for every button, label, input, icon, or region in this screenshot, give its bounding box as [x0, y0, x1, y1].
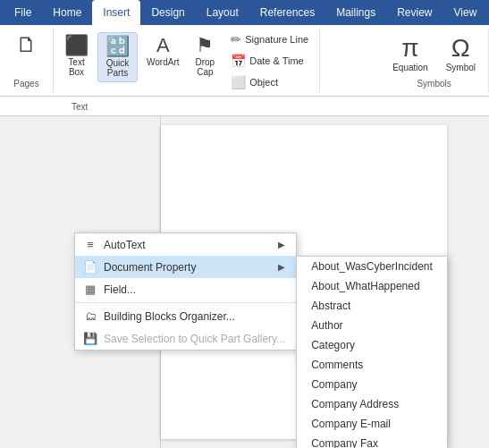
menu-item-autotext[interactable]: ≡ AutoText ▶ — [75, 233, 296, 256]
equation-label: Equation — [392, 63, 427, 72]
wordart-label: WordArt — [147, 57, 180, 67]
tab-references[interactable]: References — [249, 0, 325, 25]
field-icon: ▦ — [82, 283, 98, 296]
dp-item-5[interactable]: Comments — [297, 355, 447, 375]
pages-label: Pages — [13, 79, 38, 89]
dp-item-8[interactable]: Company E-mail — [297, 414, 447, 434]
dp-item-1[interactable]: About_WhatHappened — [297, 276, 447, 296]
symbol-label: Symbol — [446, 63, 476, 72]
tab-home[interactable]: Home — [42, 0, 92, 25]
date-time-icon: 📅 — [231, 54, 246, 68]
symbol-icon: Ω — [451, 34, 470, 63]
symbols-row: π Equation Ω Symbol — [387, 32, 481, 74]
drop-cap-icon: ⚑ — [196, 36, 214, 55]
ribbon-content: 🗋 Pages ⬛ Text Box 🔡 Quick Parts — [0, 25, 489, 97]
ribbon-tabs-bar: File Home Insert Design Layout Reference… — [0, 0, 489, 25]
ribbon-group-symbols: π Equation Ω Symbol Symbols — [380, 29, 489, 92]
building-blocks-label: Building Blocks Organizer... — [104, 310, 235, 323]
quick-parts-button[interactable]: 🔡 Quick Parts — [97, 32, 138, 82]
equation-icon: π — [401, 34, 418, 63]
dp-item-6[interactable]: Company — [297, 375, 447, 394]
wordart-button[interactable]: A WordArt — [139, 32, 187, 71]
pages-btn[interactable]: 🗋 — [11, 32, 43, 57]
tab-file[interactable]: File — [4, 0, 42, 25]
symbols-group-label: Symbols — [417, 79, 451, 89]
autotext-label: AutoText — [104, 239, 146, 251]
symbol-button[interactable]: Ω Symbol — [441, 32, 481, 74]
text-box-label: Text Box — [68, 57, 84, 77]
tab-layout[interactable]: Layout — [196, 0, 249, 25]
date-time-label: Date & Time — [249, 55, 304, 66]
object-icon: ⬜ — [231, 75, 246, 89]
text-group-label: Text — [72, 102, 88, 112]
save-selection-label: Save Selection to Quick Part Gallery... — [104, 333, 285, 345]
quick-parts-label: Quick Parts — [106, 58, 130, 78]
document-property-label: Document Property — [104, 261, 196, 274]
object-label: Object — [249, 77, 278, 88]
text-box-button[interactable]: ⬛ Text Box — [57, 32, 96, 80]
menu-item-document-property[interactable]: 📄 Document Property ▶ About_WasCyberInci… — [75, 256, 296, 278]
autotext-chevron-icon: ▶ — [278, 240, 285, 249]
signature-line-icon: ✏ — [231, 32, 241, 46]
dp-item-0[interactable]: About_WasCyberIncident — [297, 257, 447, 276]
object-button[interactable]: ⬜ Object — [227, 73, 312, 91]
dp-item-3[interactable]: Author — [297, 316, 447, 335]
tab-review[interactable]: Review — [386, 0, 443, 25]
ribbon-group-text: ⬛ Text Box 🔡 Quick Parts A WordArt — [54, 29, 320, 92]
menu-item-save-selection: 💾 Save Selection to Quick Part Gallery..… — [75, 327, 296, 350]
save-selection-icon: 💾 — [82, 332, 98, 345]
ribbon: File Home Insert Design Layout Reference… — [0, 0, 489, 116]
menu-item-field[interactable]: ▦ Field... — [75, 278, 296, 300]
menu-separator-1 — [75, 302, 296, 303]
pages-icon: 🗋 — [16, 34, 38, 55]
tab-mailings[interactable]: Mailings — [325, 0, 386, 25]
tab-design[interactable]: Design — [140, 0, 195, 25]
dp-item-4[interactable]: Category — [297, 335, 447, 355]
document-property-icon: 📄 — [82, 260, 98, 274]
drop-cap-label: Drop Cap — [196, 57, 215, 77]
text-box-icon: ⬛ — [64, 36, 89, 55]
signature-line-label: Signature Line — [245, 34, 308, 45]
menu-item-building-blocks[interactable]: 🗂 Building Blocks Organizer... — [75, 305, 296, 327]
ribbon-group-pages: 🗋 Pages — [0, 29, 54, 92]
field-label: Field... — [104, 283, 136, 296]
date-time-button[interactable]: 📅 Date & Time — [227, 52, 312, 70]
drop-cap-button[interactable]: ⚑ Drop Cap — [189, 32, 223, 80]
quick-parts-icon: 🔡 — [105, 37, 130, 56]
wordart-icon: A — [156, 36, 170, 55]
document-area: ≡ AutoText ▶ 📄 Document Property ▶ About… — [0, 116, 489, 448]
dp-item-9[interactable]: Company Fax — [297, 434, 447, 448]
signature-line-button[interactable]: ✏ Signature Line — [227, 30, 312, 48]
tab-insert[interactable]: Insert — [92, 0, 140, 25]
dp-item-2[interactable]: Abstract — [297, 296, 447, 316]
quick-parts-menu: ≡ AutoText ▶ 📄 Document Property ▶ About… — [74, 232, 297, 351]
dp-item-7[interactable]: Company Address — [297, 394, 447, 414]
autotext-icon: ≡ — [82, 238, 98, 251]
equation-button[interactable]: π Equation — [387, 32, 433, 74]
document-property-chevron-icon: ▶ — [278, 262, 285, 272]
tab-view[interactable]: View — [443, 0, 488, 25]
document-property-submenu: About_WasCyberIncident About_WhatHappene… — [296, 256, 448, 448]
building-blocks-icon: 🗂 — [82, 309, 98, 323]
